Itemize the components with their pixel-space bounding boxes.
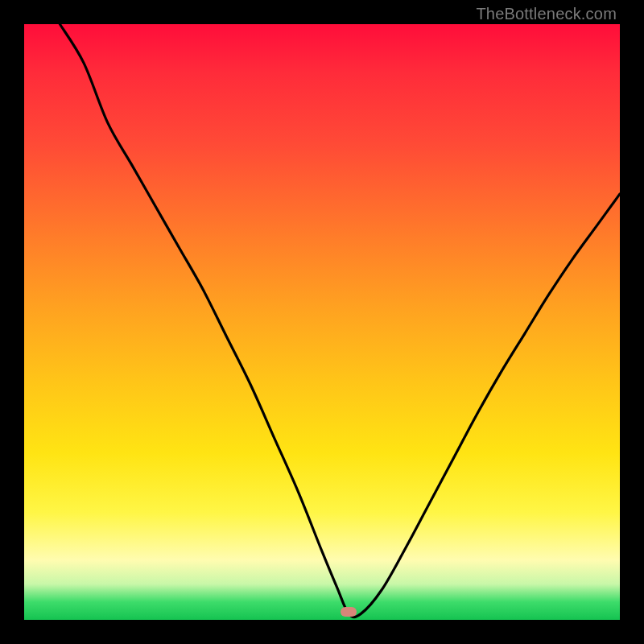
plot-area <box>24 24 620 620</box>
curve-path <box>60 24 620 617</box>
optimum-marker <box>341 607 357 617</box>
bottleneck-curve <box>24 24 620 620</box>
chart-frame: TheBottleneck.com <box>0 0 644 644</box>
watermark-text: TheBottleneck.com <box>476 5 617 23</box>
